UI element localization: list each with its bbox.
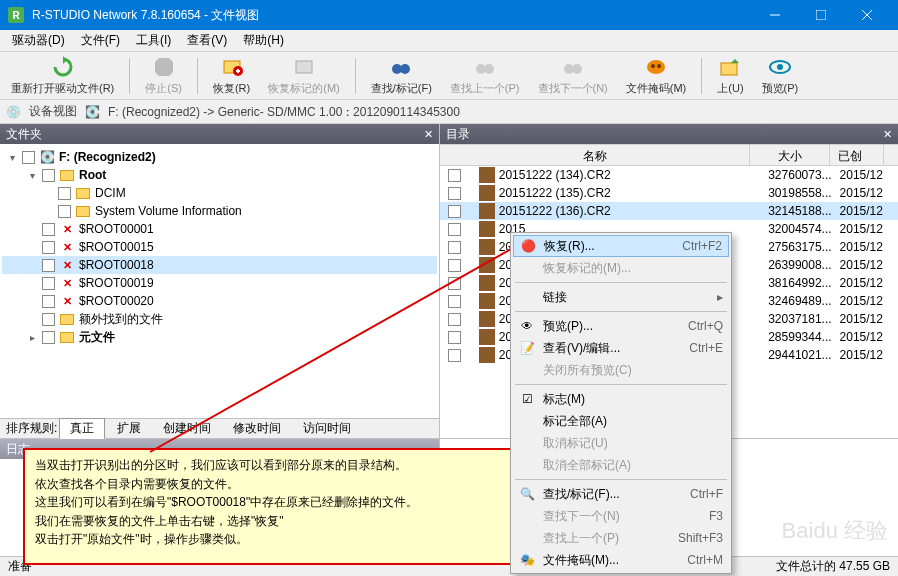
find-mark-button[interactable]: 查找/标记(F)	[364, 52, 439, 99]
folder-tree[interactable]: ▾💽F: (Recognized2) ▾Root DCIM System Vol…	[0, 144, 439, 418]
file-icon	[479, 257, 495, 273]
find-prev-icon	[473, 55, 497, 79]
path-bar: 💿 设备视图 💽 F: (Recognized2) -> Generic- SD…	[0, 100, 898, 124]
menu-tools[interactable]: 工具(I)	[128, 30, 179, 51]
recover-button[interactable]: 恢复(R)	[206, 52, 257, 99]
breadcrumb: F: (Recognized2) -> Generic- SD/MMC 1.00…	[108, 105, 460, 119]
svg-point-16	[657, 64, 661, 68]
device-view-icon: 💿	[6, 105, 21, 119]
refresh-icon	[51, 55, 75, 79]
tree-node-svi[interactable]: System Volume Information	[2, 202, 437, 220]
ctx-mark-all[interactable]: 标记全部(A)	[513, 410, 729, 432]
tree-node-root00020[interactable]: $ROOT00020	[2, 292, 437, 310]
recover-icon: 🔴	[520, 239, 536, 253]
recover-marked-button[interactable]: 恢复标记的(M)	[261, 52, 347, 99]
close-button[interactable]	[844, 0, 890, 30]
sort-bar: 排序规则: 真正 扩展 创建时间 修改时间 访问时间	[0, 418, 439, 438]
titlebar: R R-STUDIO Network 7.8.160654 - 文件视图	[0, 0, 898, 30]
recover-marked-icon	[292, 55, 316, 79]
tree-node-root00015[interactable]: $ROOT00015	[2, 238, 437, 256]
sort-real[interactable]: 真正	[59, 418, 105, 439]
panel-close-icon[interactable]: ✕	[424, 128, 433, 141]
deleted-icon	[59, 275, 75, 291]
col-size: 大小	[750, 145, 830, 165]
tree-node-drive[interactable]: ▾💽F: (Recognized2)	[2, 148, 437, 166]
preview-button[interactable]: 预览(P)	[755, 52, 806, 99]
file-icon	[479, 347, 495, 363]
device-view-label[interactable]: 设备视图	[29, 103, 77, 120]
folder-up-icon	[718, 55, 742, 79]
ctx-recover[interactable]: 🔴恢复(R)...Ctrl+F2	[513, 235, 729, 257]
sort-label: 排序规则:	[6, 420, 57, 437]
tree-node-meta[interactable]: ▸元文件	[2, 328, 437, 346]
find-next-button[interactable]: 查找下一个(N)	[531, 52, 615, 99]
file-row[interactable]: 20151222 (136).CR232145188...2015/12	[440, 202, 898, 220]
ctx-find-prev[interactable]: 查找上一个(P)Shift+F3	[513, 527, 729, 549]
menu-file[interactable]: 文件(F)	[73, 30, 128, 51]
sort-ext[interactable]: 扩展	[107, 419, 151, 438]
file-icon	[479, 203, 495, 219]
svg-rect-17	[721, 63, 737, 75]
column-headers[interactable]: 名称 大小 已创	[440, 144, 898, 166]
reopen-drive-button[interactable]: 重新打开驱动文件(R)	[4, 52, 121, 99]
svg-rect-7	[296, 61, 312, 73]
file-icon	[479, 221, 495, 237]
file-row[interactable]: 20151222 (134).CR232760073...2015/12	[440, 166, 898, 184]
tree-node-extra[interactable]: 额外找到的文件	[2, 310, 437, 328]
ctx-unmark[interactable]: 取消标记(U)	[513, 432, 729, 454]
col-name: 名称	[440, 145, 750, 165]
file-mask-button[interactable]: 文件掩码(M)	[619, 52, 694, 99]
up-button[interactable]: 上(U)	[710, 52, 750, 99]
sort-mtime[interactable]: 修改时间	[223, 419, 291, 438]
menubar: 驱动器(D) 文件(F) 工具(I) 查看(V) 帮助(H)	[0, 30, 898, 52]
ctx-unmark-all[interactable]: 取消全部标记(A)	[513, 454, 729, 476]
svg-point-14	[647, 60, 665, 74]
stop-icon	[152, 55, 176, 79]
tree-node-root00001[interactable]: $ROOT00001	[2, 220, 437, 238]
watermark: Baidu 经验	[782, 516, 888, 546]
svg-marker-4	[155, 58, 173, 76]
minimize-button[interactable]	[752, 0, 798, 30]
ctx-find-next[interactable]: 查找下一个(N)F3	[513, 505, 729, 527]
ctx-mark[interactable]: ☑标志(M)	[513, 388, 729, 410]
ctx-close-preview[interactable]: 关闭所有预览(C)	[513, 359, 729, 381]
status-total: 文件总计的 47.55 GB	[776, 558, 890, 575]
ctx-recover-marked[interactable]: 恢复标记的(M)...	[513, 257, 729, 279]
find-next-icon	[561, 55, 585, 79]
annotation-note: 当双击打开识别出的分区时，我们应该可以看到部分原来的目录结构。 依次查找各个目录…	[23, 448, 513, 565]
ctx-link[interactable]: 链接▸	[513, 286, 729, 308]
tree-node-root00019[interactable]: $ROOT00019	[2, 274, 437, 292]
ctx-file-mask[interactable]: 🎭文件掩码(M)...Ctrl+M	[513, 549, 729, 571]
menu-view[interactable]: 查看(V)	[179, 30, 235, 51]
drive-icon: 💽	[85, 105, 100, 119]
ctx-preview[interactable]: 👁预览(P)...Ctrl+Q	[513, 315, 729, 337]
svg-point-9	[400, 64, 410, 74]
tree-node-root[interactable]: ▾Root	[2, 166, 437, 184]
app-icon: R	[8, 7, 24, 23]
ctx-find-mark[interactable]: 🔍查找/标记(F)...Ctrl+F	[513, 483, 729, 505]
toolbar: 重新打开驱动文件(R) 停止(S) 恢复(R) 恢复标记的(M) 查找/标记(F…	[0, 52, 898, 100]
maximize-button[interactable]	[798, 0, 844, 30]
panel-close-icon[interactable]: ✕	[883, 128, 892, 141]
sort-ctime[interactable]: 创建时间	[153, 419, 221, 438]
ctx-view-edit[interactable]: 📝查看(V)/编辑...Ctrl+E	[513, 337, 729, 359]
tree-node-root00018[interactable]: $ROOT00018	[2, 256, 437, 274]
file-row[interactable]: 20151222 (135).CR230198558...2015/12	[440, 184, 898, 202]
stop-button[interactable]: 停止(S)	[138, 52, 189, 99]
menu-help[interactable]: 帮助(H)	[235, 30, 292, 51]
find-prev-button[interactable]: 查找上一个(P)	[443, 52, 527, 99]
sort-atime[interactable]: 访问时间	[293, 419, 361, 438]
col-created: 已创	[830, 145, 884, 165]
file-icon	[479, 185, 495, 201]
context-menu: 🔴恢复(R)...Ctrl+F2 恢复标记的(M)... 链接▸ 👁预览(P).…	[510, 232, 732, 574]
deleted-icon	[59, 257, 75, 273]
svg-point-13	[572, 64, 582, 74]
file-icon	[479, 275, 495, 291]
file-icon	[479, 167, 495, 183]
tree-node-dcim[interactable]: DCIM	[2, 184, 437, 202]
deleted-icon	[59, 293, 75, 309]
deleted-icon	[59, 221, 75, 237]
menu-drive[interactable]: 驱动器(D)	[4, 30, 73, 51]
checkbox-icon: ☑	[519, 392, 535, 406]
file-icon	[479, 311, 495, 327]
